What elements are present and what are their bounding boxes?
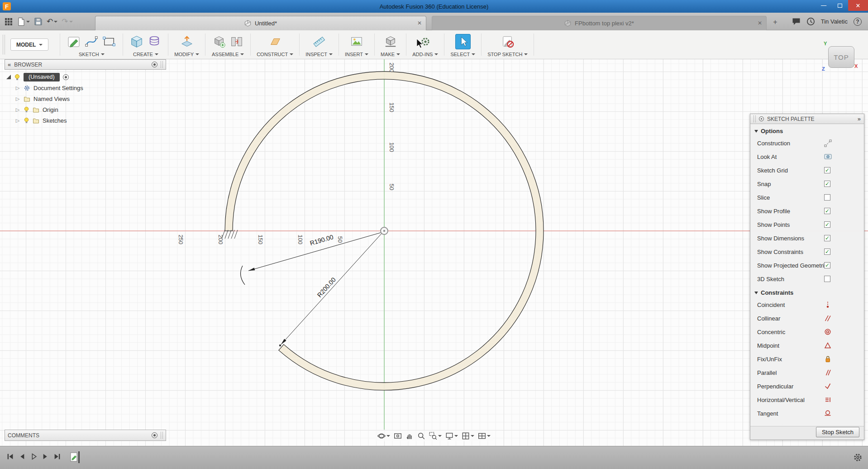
panel-grip[interactable] [161, 432, 163, 439]
browser-item-label[interactable]: Sketches [43, 117, 67, 124]
select-menu[interactable]: SELECT [450, 52, 475, 57]
browser-root-row[interactable]: (Unsaved) [6, 72, 160, 82]
new-tab-button[interactable]: + [771, 18, 779, 26]
constraints-section-header[interactable]: Constraints [750, 286, 864, 298]
show-profile-checkbox[interactable]: ✓ [824, 208, 830, 214]
timeline-end-marker[interactable] [78, 451, 80, 463]
collapse-panel-icon[interactable]: « [8, 61, 11, 68]
user-name[interactable]: Tin Valetic [821, 18, 848, 25]
make-menu[interactable]: MAKE [381, 52, 400, 57]
dimension-label[interactable]: R190.00 [309, 233, 334, 247]
step-back-icon[interactable] [18, 453, 26, 460]
look-at-icon[interactable] [824, 153, 832, 160]
construction-line-icon[interactable] [824, 139, 832, 147]
create-box-tool[interactable] [129, 34, 144, 49]
midpoint-icon[interactable] [824, 342, 831, 349]
slice-checkbox[interactable] [824, 194, 830, 201]
coincident-icon[interactable] [824, 301, 831, 308]
3d-sketch-checkbox[interactable] [824, 276, 830, 282]
lock-icon[interactable] [824, 355, 831, 363]
stop-sketch-button[interactable]: Stop Sketch [816, 427, 859, 437]
rectangle-tool[interactable] [101, 34, 117, 49]
tangent-icon[interactable] [824, 410, 831, 417]
zoom-button[interactable] [417, 432, 425, 440]
press-pull-tool[interactable] [179, 34, 195, 49]
help-icon[interactable] [854, 18, 862, 26]
minimize-button[interactable]: — [816, 0, 832, 11]
tab-close-icon[interactable]: ✕ [417, 20, 422, 26]
create-sketch-tool[interactable] [66, 34, 81, 49]
tab-untitled[interactable]: Untitled* ✕ [95, 16, 426, 30]
visibility-bulb-icon[interactable] [24, 117, 29, 124]
measure-tool[interactable] [311, 34, 327, 49]
display-settings-button[interactable] [445, 432, 458, 440]
comments-panel-header[interactable]: COMMENTS [5, 430, 166, 441]
comments-dot-icon[interactable] [152, 432, 157, 438]
sketch-endpoint[interactable] [279, 345, 281, 346]
file-menu-button[interactable] [17, 17, 30, 26]
comment-bubble-icon[interactable] [792, 18, 801, 25]
workspace-selector[interactable]: MODEL [10, 38, 48, 51]
activate-radio-icon[interactable] [63, 74, 69, 80]
view-cube[interactable]: Y TOP Z X [824, 43, 858, 72]
create-coil-tool[interactable] [147, 34, 162, 49]
modify-menu[interactable]: MODIFY [174, 52, 199, 57]
data-panel-button[interactable] [5, 18, 13, 26]
new-component-tool[interactable] [211, 34, 227, 49]
redo-button[interactable]: ↷ [62, 18, 72, 25]
sketch-grid-checkbox[interactable]: ✓ [824, 167, 830, 173]
browser-item-origin[interactable]: ▷ Origin [6, 104, 160, 115]
dimension-r200[interactable]: R200.00 [281, 234, 382, 345]
stop-sketch-tool[interactable] [500, 34, 515, 49]
options-section-header[interactable]: Options [750, 124, 864, 136]
create-menu[interactable]: CREATE [133, 52, 158, 57]
tab-fpbottom-top-plexi[interactable]: FPbottom top plexi v2* ✕ [432, 16, 767, 30]
close-button[interactable]: ✕ [848, 0, 868, 11]
visibility-bulb-icon[interactable] [24, 106, 29, 113]
go-to-start-icon[interactable] [6, 453, 14, 460]
play-icon[interactable] [30, 453, 38, 460]
browser-item-label[interactable]: Origin [43, 106, 58, 113]
pan-button[interactable] [405, 432, 414, 440]
show-dimensions-checkbox[interactable]: ✓ [824, 235, 830, 241]
zoom-window-button[interactable] [429, 432, 442, 440]
orbit-button[interactable] [377, 432, 390, 440]
expand-caret-icon[interactable]: ▷ [15, 85, 20, 91]
save-button[interactable] [34, 17, 43, 26]
panel-grip[interactable] [754, 115, 756, 122]
timeline-settings-button[interactable] [853, 453, 863, 464]
concentric-icon[interactable] [824, 328, 831, 335]
perpendicular-icon[interactable] [824, 383, 831, 390]
dimension-r190[interactable]: R190.00 [248, 233, 381, 271]
collinear-icon[interactable] [824, 315, 831, 322]
go-to-end-icon[interactable] [53, 453, 61, 460]
assemble-menu[interactable]: ASSEMBLE [212, 52, 244, 57]
document-root-label[interactable]: (Unsaved) [24, 73, 60, 81]
make-3dprint-tool[interactable] [383, 34, 398, 49]
viewcube-top-face[interactable]: TOP [828, 46, 854, 68]
construction-arc[interactable] [241, 266, 245, 285]
addins-menu[interactable]: ADD-INS [412, 52, 438, 57]
spline-tool[interactable] [84, 34, 99, 49]
select-tool[interactable] [455, 34, 471, 49]
insert-canvas-tool[interactable] [349, 34, 364, 49]
panel-grip[interactable] [161, 61, 163, 68]
show-constraints-checkbox[interactable]: ✓ [824, 249, 830, 255]
browser-item-label[interactable]: Document Settings [33, 85, 83, 91]
browser-panel-header[interactable]: « BROWSER [5, 59, 166, 70]
browser-item-named-views[interactable]: ▷ Named Views [6, 93, 160, 104]
joint-tool[interactable] [229, 34, 244, 49]
construct-menu[interactable]: CONSTRUCT [257, 52, 293, 57]
snap-checkbox[interactable]: ✓ [824, 181, 830, 187]
origin-marker[interactable] [381, 227, 388, 234]
grid-and-snaps-button[interactable] [462, 432, 474, 440]
viewports-button[interactable] [478, 432, 491, 440]
show-projected-geometries-checkbox[interactable]: ✓ [824, 262, 830, 268]
tab-close-icon[interactable]: ✕ [758, 20, 762, 26]
sketch-menu[interactable]: SKETCH [79, 52, 105, 57]
visibility-bulb-icon[interactable] [14, 74, 20, 81]
maximize-button[interactable] [832, 0, 848, 11]
sketch-palette-header[interactable]: SKETCH PALETTE » [750, 114, 864, 124]
step-forward-icon[interactable] [42, 453, 49, 460]
dimension-label[interactable]: R200.00 [316, 276, 337, 298]
